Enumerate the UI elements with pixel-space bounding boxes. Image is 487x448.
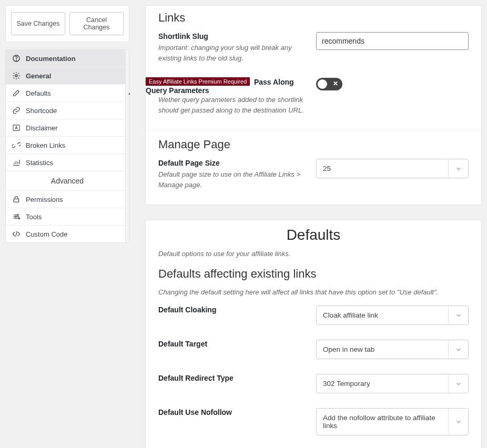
nav-label: Tools [26,213,42,221]
links-card: Links Shortlink Slug Important: changing… [145,5,482,205]
pagesize-label: Default Page Size [158,159,306,167]
save-button[interactable]: Save Changes [11,12,65,35]
manage-title: Manage Page [158,138,469,151]
separator [146,130,481,130]
nav-statistics[interactable]: Statistics [6,154,129,171]
nav-broken-links[interactable]: Broken Links [6,137,129,154]
toggle-off-icon: ✕ [333,80,338,87]
pass-query-toggle[interactable]: ✕ [316,78,342,90]
chevron-down-icon [448,340,468,359]
nofollow-label: Default Use Nofollow [158,408,306,416]
nav-tools[interactable]: Tools [6,208,129,226]
nav-label: Defaults [26,89,51,97]
nav-label: General [26,72,51,80]
code-icon [12,230,21,238]
edit-icon [12,89,21,97]
svg-point-2 [15,75,17,77]
redirect-select[interactable]: 302 Temporary [316,374,469,393]
toggle-knob [318,79,327,89]
shortlink-slug-help: Important: changing your slug will break… [158,43,306,63]
cancel-button[interactable]: Cancel Changes [69,12,124,35]
select-value: Cloak affiliate link [317,306,448,324]
svg-point-1 [16,60,16,60]
svg-point-5 [17,214,18,216]
svg-rect-4 [14,199,18,202]
scroll-up-icon: ▴ [128,91,130,96]
svg-point-6 [15,216,16,218]
question-circle-icon [12,54,21,63]
select-value: 302 Temporary [317,374,448,393]
nav-documentation[interactable]: Documentation [6,50,129,67]
select-value: Open in new tab [317,340,448,359]
links-title: Links [158,11,469,25]
target-label: Default Target [158,340,306,348]
chevron-down-icon [448,306,468,324]
nav-defaults[interactable]: Defaults [6,85,129,102]
nav-label: Statistics [26,159,53,167]
chart-icon [12,158,21,167]
premium-badge: Easy Affiliate Links Premium Required [146,77,250,86]
existing-subtitle: Changing the default setting here will a… [158,288,469,296]
nav-label: Documentation [26,55,76,63]
nav-section-advanced: Advanced [6,171,129,191]
nav-general[interactable]: General [6,67,129,85]
target-select[interactable]: Open in new tab [316,340,469,359]
select-value: 25 [317,159,448,178]
nav-disclaimer[interactable]: Disclaimer [6,119,129,137]
settings-nav: ▴ Documentation General Defaults [5,49,129,243]
chevron-down-icon [448,159,468,178]
pagesize-help: Default page size to use on the Affiliat… [158,169,306,190]
letter-a-icon [12,124,21,132]
nav-label: Disclaimer [26,124,58,132]
nav-shortcode[interactable]: Shortcode [6,102,129,119]
shortlink-slug-input[interactable] [316,32,469,50]
action-buttons: Save Changes Cancel Changes [5,5,129,42]
defaults-subtitle: Default options to use for your affiliat… [158,250,469,258]
chevron-down-icon [448,409,468,435]
shortlink-slug-label: Shortlink Slug [158,32,306,40]
lock-icon [12,195,21,203]
cloaking-label: Default Cloaking [158,306,306,314]
select-value: Add the nofollow attribute to affiliate … [317,409,448,435]
gear-icon [12,72,21,80]
defaults-title: Defaults [158,227,469,243]
nav-label: Broken Links [26,141,65,149]
existing-title: Defaults affecting existing links [158,267,469,281]
link-icon [12,106,21,115]
sliders-icon [12,212,21,221]
nav-label: Custom Code [26,230,67,238]
pass-query-help: Wether query parameters added to the sho… [158,95,306,115]
nav-label: Shortcode [26,107,57,115]
chevron-down-icon [448,374,468,393]
nofollow-select[interactable]: Add the nofollow attribute to affiliate … [316,408,469,435]
cloaking-select[interactable]: Cloak affiliate link [316,306,469,325]
pagesize-select[interactable]: 25 [316,159,469,178]
nav-custom-code[interactable]: Custom Code [6,226,129,242]
broken-link-icon [12,141,21,149]
redirect-label: Default Redirect Type [158,374,306,382]
defaults-card: Defaults Default options to use for your… [145,220,482,448]
nav-permissions[interactable]: Permissions [6,191,129,208]
nav-label: Permissions [26,196,63,203]
